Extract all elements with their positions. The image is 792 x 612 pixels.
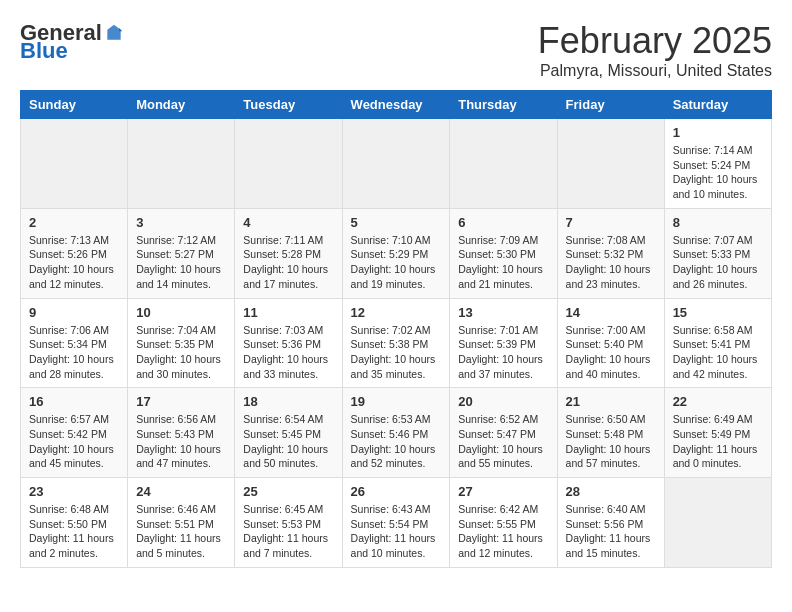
calendar-day-cell: 10Sunrise: 7:04 AM Sunset: 5:35 PM Dayli…	[128, 298, 235, 388]
location-title: Palmyra, Missouri, United States	[538, 62, 772, 80]
logo: General Blue	[20, 20, 124, 64]
day-info: Sunrise: 7:04 AM Sunset: 5:35 PM Dayligh…	[136, 323, 226, 382]
calendar-day-cell: 7Sunrise: 7:08 AM Sunset: 5:32 PM Daylig…	[557, 208, 664, 298]
day-info: Sunrise: 7:08 AM Sunset: 5:32 PM Dayligh…	[566, 233, 656, 292]
page-header: General Blue February 2025 Palmyra, Miss…	[20, 20, 772, 80]
calendar-day-cell: 15Sunrise: 6:58 AM Sunset: 5:41 PM Dayli…	[664, 298, 771, 388]
day-number: 24	[136, 484, 226, 499]
calendar-day-cell: 12Sunrise: 7:02 AM Sunset: 5:38 PM Dayli…	[342, 298, 450, 388]
day-number: 1	[673, 125, 763, 140]
day-info: Sunrise: 6:58 AM Sunset: 5:41 PM Dayligh…	[673, 323, 763, 382]
day-info: Sunrise: 7:11 AM Sunset: 5:28 PM Dayligh…	[243, 233, 333, 292]
calendar-table: Sunday Monday Tuesday Wednesday Thursday…	[20, 90, 772, 568]
calendar-day-cell: 4Sunrise: 7:11 AM Sunset: 5:28 PM Daylig…	[235, 208, 342, 298]
day-info: Sunrise: 7:01 AM Sunset: 5:39 PM Dayligh…	[458, 323, 548, 382]
calendar-day-cell: 21Sunrise: 6:50 AM Sunset: 5:48 PM Dayli…	[557, 388, 664, 478]
day-info: Sunrise: 7:07 AM Sunset: 5:33 PM Dayligh…	[673, 233, 763, 292]
day-info: Sunrise: 6:53 AM Sunset: 5:46 PM Dayligh…	[351, 412, 442, 471]
calendar-day-cell: 1Sunrise: 7:14 AM Sunset: 5:24 PM Daylig…	[664, 119, 771, 209]
day-number: 18	[243, 394, 333, 409]
calendar-day-cell: 9Sunrise: 7:06 AM Sunset: 5:34 PM Daylig…	[21, 298, 128, 388]
day-info: Sunrise: 6:48 AM Sunset: 5:50 PM Dayligh…	[29, 502, 119, 561]
day-number: 13	[458, 305, 548, 320]
day-info: Sunrise: 6:57 AM Sunset: 5:42 PM Dayligh…	[29, 412, 119, 471]
day-info: Sunrise: 6:50 AM Sunset: 5:48 PM Dayligh…	[566, 412, 656, 471]
day-number: 17	[136, 394, 226, 409]
day-number: 2	[29, 215, 119, 230]
calendar-day-cell: 2Sunrise: 7:13 AM Sunset: 5:26 PM Daylig…	[21, 208, 128, 298]
day-info: Sunrise: 6:43 AM Sunset: 5:54 PM Dayligh…	[351, 502, 442, 561]
header-friday: Friday	[557, 91, 664, 119]
day-info: Sunrise: 7:02 AM Sunset: 5:38 PM Dayligh…	[351, 323, 442, 382]
day-info: Sunrise: 7:09 AM Sunset: 5:30 PM Dayligh…	[458, 233, 548, 292]
calendar-day-cell: 14Sunrise: 7:00 AM Sunset: 5:40 PM Dayli…	[557, 298, 664, 388]
calendar-day-cell: 8Sunrise: 7:07 AM Sunset: 5:33 PM Daylig…	[664, 208, 771, 298]
calendar-day-cell	[128, 119, 235, 209]
calendar-day-cell: 19Sunrise: 6:53 AM Sunset: 5:46 PM Dayli…	[342, 388, 450, 478]
calendar-week-row: 16Sunrise: 6:57 AM Sunset: 5:42 PM Dayli…	[21, 388, 772, 478]
day-number: 25	[243, 484, 333, 499]
day-info: Sunrise: 6:49 AM Sunset: 5:49 PM Dayligh…	[673, 412, 763, 471]
day-number: 15	[673, 305, 763, 320]
day-info: Sunrise: 6:56 AM Sunset: 5:43 PM Dayligh…	[136, 412, 226, 471]
day-number: 26	[351, 484, 442, 499]
calendar-day-cell: 5Sunrise: 7:10 AM Sunset: 5:29 PM Daylig…	[342, 208, 450, 298]
calendar-week-row: 1Sunrise: 7:14 AM Sunset: 5:24 PM Daylig…	[21, 119, 772, 209]
calendar-day-cell: 24Sunrise: 6:46 AM Sunset: 5:51 PM Dayli…	[128, 478, 235, 568]
calendar-day-cell: 26Sunrise: 6:43 AM Sunset: 5:54 PM Dayli…	[342, 478, 450, 568]
calendar-day-cell	[664, 478, 771, 568]
logo-icon	[104, 23, 124, 43]
day-info: Sunrise: 6:45 AM Sunset: 5:53 PM Dayligh…	[243, 502, 333, 561]
day-number: 22	[673, 394, 763, 409]
title-section: February 2025 Palmyra, Missouri, United …	[538, 20, 772, 80]
calendar-day-cell	[235, 119, 342, 209]
day-info: Sunrise: 7:03 AM Sunset: 5:36 PM Dayligh…	[243, 323, 333, 382]
day-number: 27	[458, 484, 548, 499]
header-wednesday: Wednesday	[342, 91, 450, 119]
calendar-day-cell: 22Sunrise: 6:49 AM Sunset: 5:49 PM Dayli…	[664, 388, 771, 478]
day-number: 16	[29, 394, 119, 409]
day-info: Sunrise: 7:00 AM Sunset: 5:40 PM Dayligh…	[566, 323, 656, 382]
day-number: 6	[458, 215, 548, 230]
calendar-day-cell: 28Sunrise: 6:40 AM Sunset: 5:56 PM Dayli…	[557, 478, 664, 568]
calendar-day-cell: 25Sunrise: 6:45 AM Sunset: 5:53 PM Dayli…	[235, 478, 342, 568]
day-info: Sunrise: 7:12 AM Sunset: 5:27 PM Dayligh…	[136, 233, 226, 292]
calendar-day-cell: 16Sunrise: 6:57 AM Sunset: 5:42 PM Dayli…	[21, 388, 128, 478]
calendar-day-cell	[557, 119, 664, 209]
day-number: 4	[243, 215, 333, 230]
day-info: Sunrise: 7:10 AM Sunset: 5:29 PM Dayligh…	[351, 233, 442, 292]
day-info: Sunrise: 7:14 AM Sunset: 5:24 PM Dayligh…	[673, 143, 763, 202]
calendar-day-cell: 17Sunrise: 6:56 AM Sunset: 5:43 PM Dayli…	[128, 388, 235, 478]
day-number: 3	[136, 215, 226, 230]
day-info: Sunrise: 6:54 AM Sunset: 5:45 PM Dayligh…	[243, 412, 333, 471]
logo-blue-text: Blue	[20, 38, 68, 63]
calendar-day-cell: 23Sunrise: 6:48 AM Sunset: 5:50 PM Dayli…	[21, 478, 128, 568]
header-monday: Monday	[128, 91, 235, 119]
day-info: Sunrise: 6:46 AM Sunset: 5:51 PM Dayligh…	[136, 502, 226, 561]
day-number: 5	[351, 215, 442, 230]
calendar-day-cell: 13Sunrise: 7:01 AM Sunset: 5:39 PM Dayli…	[450, 298, 557, 388]
header-thursday: Thursday	[450, 91, 557, 119]
calendar-day-cell: 3Sunrise: 7:12 AM Sunset: 5:27 PM Daylig…	[128, 208, 235, 298]
day-info: Sunrise: 7:06 AM Sunset: 5:34 PM Dayligh…	[29, 323, 119, 382]
calendar-day-cell	[21, 119, 128, 209]
day-number: 19	[351, 394, 442, 409]
calendar-header-row: Sunday Monday Tuesday Wednesday Thursday…	[21, 91, 772, 119]
day-number: 10	[136, 305, 226, 320]
day-number: 14	[566, 305, 656, 320]
calendar-day-cell: 11Sunrise: 7:03 AM Sunset: 5:36 PM Dayli…	[235, 298, 342, 388]
day-number: 7	[566, 215, 656, 230]
day-info: Sunrise: 6:42 AM Sunset: 5:55 PM Dayligh…	[458, 502, 548, 561]
calendar-day-cell: 6Sunrise: 7:09 AM Sunset: 5:30 PM Daylig…	[450, 208, 557, 298]
calendar-day-cell: 27Sunrise: 6:42 AM Sunset: 5:55 PM Dayli…	[450, 478, 557, 568]
day-number: 23	[29, 484, 119, 499]
day-number: 28	[566, 484, 656, 499]
calendar-week-row: 2Sunrise: 7:13 AM Sunset: 5:26 PM Daylig…	[21, 208, 772, 298]
calendar-day-cell	[450, 119, 557, 209]
calendar-day-cell: 20Sunrise: 6:52 AM Sunset: 5:47 PM Dayli…	[450, 388, 557, 478]
calendar-week-row: 23Sunrise: 6:48 AM Sunset: 5:50 PM Dayli…	[21, 478, 772, 568]
calendar-week-row: 9Sunrise: 7:06 AM Sunset: 5:34 PM Daylig…	[21, 298, 772, 388]
calendar-day-cell: 18Sunrise: 6:54 AM Sunset: 5:45 PM Dayli…	[235, 388, 342, 478]
day-number: 9	[29, 305, 119, 320]
header-saturday: Saturday	[664, 91, 771, 119]
